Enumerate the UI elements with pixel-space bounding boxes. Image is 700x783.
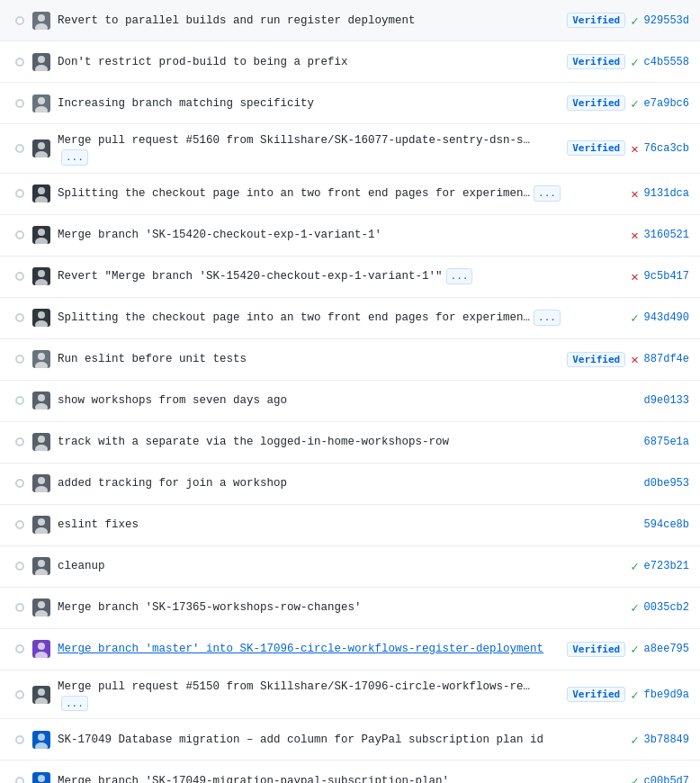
more-button[interactable]: ... xyxy=(61,696,88,711)
commit-message-text[interactable]: Run eslint before unit tests xyxy=(58,353,247,365)
commit-hash[interactable]: d0be953 xyxy=(644,477,689,490)
commit-message-text[interactable]: cleanup xyxy=(58,560,105,572)
commit-hash[interactable]: d9e0133 xyxy=(644,394,689,407)
graph-node xyxy=(11,603,29,612)
commit-hash[interactable]: e723b21 xyxy=(644,560,689,572)
commit-row: Merge branch 'master' into SK-17096-circ… xyxy=(0,629,700,670)
commit-message: cleanup xyxy=(58,557,631,575)
commit-message-text[interactable]: Merge pull request #5150 from Skillshare… xyxy=(58,680,530,693)
commit-message-text[interactable]: Don't restrict prod-build to being a pre… xyxy=(58,56,348,68)
graph-dot xyxy=(15,396,24,405)
commit-message-text[interactable]: Splitting the checkout page into an two … xyxy=(58,187,530,200)
avatar[interactable] xyxy=(32,686,50,704)
commit-hash[interactable]: a8ee795 xyxy=(644,643,689,655)
commit-hash[interactable]: c00b5d7 xyxy=(644,775,689,783)
more-button[interactable]: ... xyxy=(61,149,88,165)
commit-message-text[interactable]: Splitting the checkout page into an two … xyxy=(58,311,530,324)
svg-point-35 xyxy=(35,742,48,749)
verified-badge[interactable]: Verified xyxy=(567,140,625,156)
avatar[interactable] xyxy=(32,226,50,244)
commit-message-text[interactable]: Revert to parallel builds and run regist… xyxy=(58,14,416,27)
graph-dot xyxy=(15,479,24,488)
commit-hash[interactable]: fbe9d9a xyxy=(644,688,689,701)
commit-hash[interactable]: c4b5558 xyxy=(644,56,689,68)
commit-hash[interactable]: e7a9bc6 xyxy=(644,97,689,110)
svg-point-4 xyxy=(38,97,45,104)
avatar[interactable] xyxy=(32,53,50,71)
avatar[interactable] xyxy=(32,598,50,616)
commit-hash[interactable]: 76ca3cb xyxy=(644,142,689,155)
commit-hash[interactable]: 0035cb2 xyxy=(644,601,689,614)
more-button[interactable]: ... xyxy=(534,185,561,201)
commit-message-text[interactable]: Merge branch 'SK-17049-migration-paypal-… xyxy=(58,775,449,783)
commit-message-text[interactable]: Merge branch 'SK-17365-workshops-row-cha… xyxy=(58,601,362,614)
verified-badge[interactable]: Verified xyxy=(567,687,625,702)
avatar[interactable] xyxy=(32,184,50,202)
avatar[interactable] xyxy=(32,640,50,658)
commit-message-text[interactable]: show workshops from seven days ago xyxy=(58,394,287,407)
svg-point-17 xyxy=(35,362,48,368)
success-icon: ✓ xyxy=(631,559,638,573)
commit-row: eslint fixes594ce8b xyxy=(0,505,700,546)
commit-message-text[interactable]: added tracking for join a workshop xyxy=(58,477,287,490)
avatar[interactable] xyxy=(32,557,50,575)
svg-point-12 xyxy=(38,270,45,277)
commit-meta: Verified✓e7a9bc6 xyxy=(567,95,689,111)
verified-badge[interactable]: Verified xyxy=(567,95,625,111)
commit-message-text[interactable]: SK-17049 Database migration – add column… xyxy=(58,734,543,746)
svg-point-3 xyxy=(35,65,48,71)
commit-hash[interactable]: 594ce8b xyxy=(644,518,689,531)
avatar[interactable] xyxy=(32,350,50,368)
svg-point-29 xyxy=(35,610,48,616)
avatar[interactable] xyxy=(32,140,50,158)
commit-message-link[interactable]: Merge branch 'master' into SK-17096-circ… xyxy=(58,643,543,655)
avatar[interactable] xyxy=(32,772,50,783)
svg-point-5 xyxy=(35,106,48,112)
verified-badge[interactable]: Verified xyxy=(567,352,625,367)
commit-hash[interactable]: 9131dca xyxy=(644,187,689,200)
avatar[interactable] xyxy=(32,433,50,451)
avatar[interactable] xyxy=(32,12,50,30)
commit-hash[interactable]: 929553d xyxy=(644,14,689,27)
commit-hash[interactable]: 6875e1a xyxy=(644,436,689,448)
svg-point-36 xyxy=(38,775,45,782)
avatar[interactable] xyxy=(32,392,50,410)
graph-dot xyxy=(15,690,24,699)
graph-dot xyxy=(15,313,24,322)
graph-dot xyxy=(15,99,24,108)
commit-message-text[interactable]: Increasing branch matching specificity xyxy=(58,97,314,110)
avatar[interactable] xyxy=(32,474,50,492)
more-button[interactable]: ... xyxy=(534,310,561,325)
more-button[interactable]: ... xyxy=(446,268,473,284)
commit-message-text[interactable]: Merge branch 'SK-15420-checkout-exp-1-va… xyxy=(58,229,381,241)
commit-row: Merge branch 'SK-15420-checkout-exp-1-va… xyxy=(0,215,700,256)
commit-hash[interactable]: 3160521 xyxy=(644,229,689,241)
verified-badge[interactable]: Verified xyxy=(567,13,625,28)
commit-hash[interactable]: 3b78849 xyxy=(644,734,689,746)
graph-dot xyxy=(15,16,24,25)
commit-message-text[interactable]: Merge pull request #5160 from Skillshare… xyxy=(58,134,530,147)
graph-node xyxy=(11,396,29,405)
commit-message-text[interactable]: Revert "Merge branch 'SK-15420-checkout-… xyxy=(58,270,443,283)
svg-point-8 xyxy=(38,187,45,194)
commit-message-text[interactable]: track with a separate via the logged-in-… xyxy=(58,436,449,448)
commit-hash[interactable]: 9c5b417 xyxy=(644,270,689,283)
graph-node xyxy=(11,272,29,281)
commit-row: added tracking for join a workshopd0be95… xyxy=(0,464,700,505)
avatar[interactable] xyxy=(32,516,50,534)
svg-point-31 xyxy=(35,652,48,658)
avatar[interactable] xyxy=(32,94,50,112)
commit-row: Splitting the checkout page into an two … xyxy=(0,174,700,215)
avatar[interactable] xyxy=(32,731,50,749)
commit-meta: ✓3b78849 xyxy=(631,733,689,747)
avatar[interactable] xyxy=(32,267,50,285)
commit-hash[interactable]: 887df4e xyxy=(644,353,689,365)
svg-point-18 xyxy=(38,394,45,401)
svg-point-26 xyxy=(38,560,45,567)
commit-hash[interactable]: 943d490 xyxy=(644,311,689,324)
commit-message-text[interactable]: eslint fixes xyxy=(58,518,139,531)
avatar[interactable] xyxy=(32,309,50,327)
verified-badge[interactable]: Verified xyxy=(567,642,625,657)
commit-row: Merge branch 'SK-17365-workshops-row-cha… xyxy=(0,588,700,629)
verified-badge[interactable]: Verified xyxy=(567,54,625,69)
